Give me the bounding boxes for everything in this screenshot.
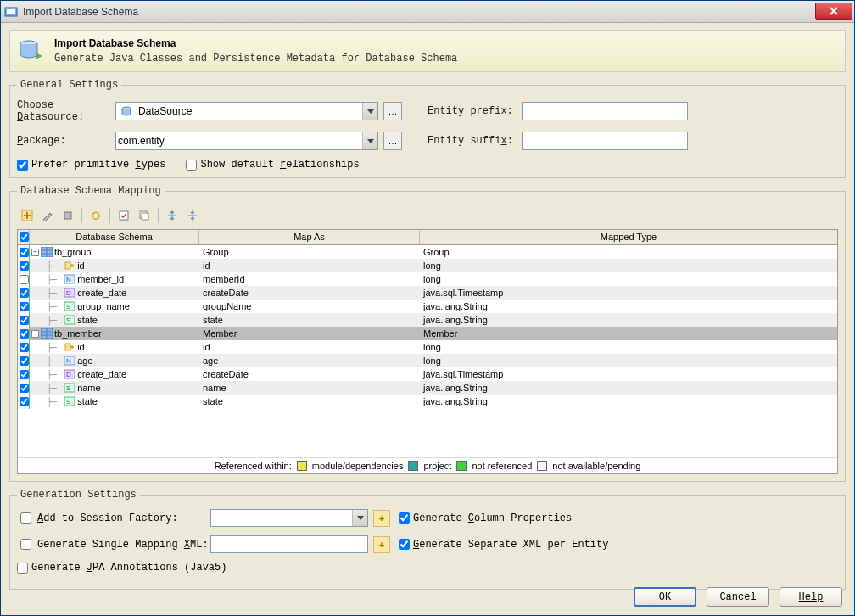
edit-icon[interactable] [39, 207, 56, 224]
schema-name: tb_member [54, 328, 102, 339]
package-browse-button[interactable]: … [383, 132, 402, 150]
map-as-cell[interactable]: Group [199, 247, 420, 257]
table-row[interactable]: ├─ ididlong [18, 259, 837, 272]
entity-suffix-input[interactable] [522, 132, 688, 150]
datasource-value: DataSource [137, 105, 362, 117]
row-checkbox[interactable] [20, 275, 29, 284]
row-checkbox[interactable] [20, 288, 29, 298]
add-icon[interactable] [19, 207, 36, 224]
mapped-type-cell[interactable]: long [420, 356, 837, 366]
datasource-combo[interactable]: DataSource [115, 102, 378, 120]
row-checkbox[interactable] [20, 316, 29, 325]
window-title: Import Database Schema [23, 6, 138, 18]
mapped-type-cell[interactable]: long [420, 274, 837, 284]
generate-separate-xml-checkbox[interactable]: Generate Separate XML per Entity [399, 539, 608, 551]
column-icon: D [64, 288, 75, 298]
mapped-type-cell[interactable]: Member [420, 328, 837, 339]
refresh-icon[interactable] [87, 207, 104, 224]
svg-rect-29 [65, 344, 70, 350]
add-session-factory-checkbox[interactable]: Add to Session Factory: [17, 510, 210, 526]
row-checkbox[interactable] [20, 261, 29, 271]
svg-text:N: N [66, 276, 71, 283]
close-button[interactable] [815, 3, 852, 20]
generate-column-properties-checkbox[interactable]: Generate Column Properties [399, 512, 572, 524]
cancel-button[interactable]: Cancel [707, 587, 769, 607]
expander-icon[interactable]: − [31, 249, 39, 256]
schema-name: state [77, 396, 98, 406]
table-row[interactable]: −tb_groupGroupGroup [18, 245, 837, 259]
check-all-icon[interactable] [115, 207, 132, 224]
collapse-all-icon[interactable] [184, 207, 201, 224]
table-row[interactable]: ├─ Dcreate_datecreateDatejava.sql.Timest… [18, 286, 837, 300]
map-as-cell[interactable]: Member [199, 328, 420, 339]
map-as-cell[interactable]: createDate [199, 288, 420, 298]
map-as-cell[interactable]: name [199, 383, 420, 393]
table-row[interactable]: ├─ Sstatestatejava.lang.String [18, 395, 837, 408]
generate-jpa-annotations-checkbox[interactable]: Generate JPA Annotations (Java5) [17, 562, 226, 574]
schema-mapping-legend: Database Schema Mapping [17, 185, 165, 197]
row-checkbox[interactable] [20, 329, 29, 339]
ok-button[interactable]: OK [634, 587, 696, 607]
map-as-cell[interactable]: createDate [199, 369, 420, 379]
add-mapping-button[interactable]: + [373, 536, 390, 553]
mapped-type-cell[interactable]: java.lang.String [420, 315, 837, 325]
package-combo[interactable] [115, 132, 378, 150]
table-icon [41, 247, 53, 257]
dropdown-arrow-icon[interactable] [362, 132, 377, 149]
mapped-type-cell[interactable]: Group [420, 247, 837, 257]
delete-icon[interactable] [59, 207, 76, 224]
entity-prefix-input[interactable] [522, 102, 688, 120]
session-factory-combo[interactable] [210, 509, 368, 527]
row-checkbox[interactable] [20, 248, 29, 257]
map-as-cell[interactable]: state [199, 396, 420, 406]
schema-name: member_id [77, 274, 124, 284]
copy-icon[interactable] [136, 207, 153, 224]
help-button[interactable]: Help [780, 587, 842, 607]
package-value[interactable] [116, 133, 362, 148]
entity-suffix-label: Entity suffix: [428, 135, 513, 147]
row-checkbox[interactable] [20, 397, 29, 406]
map-as-cell[interactable]: groupName [199, 301, 420, 311]
column-icon: S [64, 383, 75, 393]
generate-single-mapping-checkbox[interactable]: Generate Single Mapping XML: [17, 536, 210, 552]
dropdown-arrow-icon[interactable] [362, 103, 377, 120]
svg-rect-15 [65, 262, 70, 269]
show-default-relationships-checkbox[interactable]: Show default relationships [186, 159, 359, 171]
prefer-primitive-checkbox[interactable]: Prefer primitive types [17, 159, 165, 171]
row-checkbox[interactable] [20, 343, 29, 352]
table-row[interactable]: −tb_memberMemberMember [18, 327, 837, 340]
select-all-checkbox[interactable] [20, 232, 29, 242]
mapped-type-cell[interactable]: java.lang.String [420, 301, 837, 311]
swatch-na-icon [537, 461, 547, 471]
col-map-as: Map As [199, 230, 420, 244]
row-checkbox[interactable] [20, 384, 29, 393]
map-as-cell[interactable]: memberId [199, 274, 420, 284]
map-as-cell[interactable]: age [199, 356, 420, 366]
mapped-type-cell[interactable]: long [420, 260, 837, 271]
mapped-type-cell[interactable]: java.lang.String [420, 383, 837, 393]
table-row[interactable]: ├─ Sgroup_namegroupNamejava.lang.String [18, 300, 837, 313]
datasource-browse-button[interactable]: … [383, 102, 402, 120]
expand-all-icon[interactable] [164, 207, 181, 224]
table-row[interactable]: ├─ Sstatestatejava.lang.String [18, 313, 837, 327]
table-row[interactable]: ├─ Snamenamejava.lang.String [18, 381, 837, 395]
mapped-type-cell[interactable]: long [420, 342, 837, 352]
dialog-header: Import Database Schema Generate Java Cla… [9, 30, 846, 72]
expander-icon[interactable]: − [31, 330, 39, 338]
table-row[interactable]: ├─ ididlong [18, 340, 837, 354]
single-mapping-input[interactable] [210, 535, 368, 553]
mapped-type-cell[interactable]: java.sql.Timestamp [420, 369, 837, 379]
table-row[interactable]: ├─ Nmember_idmemberIdlong [18, 272, 837, 286]
table-row[interactable]: ├─ Nageagelong [18, 354, 837, 367]
svg-rect-8 [142, 213, 148, 220]
map-as-cell[interactable]: id [199, 260, 420, 271]
map-as-cell[interactable]: state [199, 315, 420, 325]
table-row[interactable]: ├─ Dcreate_datecreateDatejava.sql.Timest… [18, 367, 837, 381]
row-checkbox[interactable] [20, 370, 29, 379]
row-checkbox[interactable] [20, 356, 29, 366]
mapped-type-cell[interactable]: java.sql.Timestamp [420, 288, 837, 298]
add-session-button[interactable]: + [373, 510, 390, 527]
mapped-type-cell[interactable]: java.lang.String [420, 396, 837, 406]
row-checkbox[interactable] [20, 302, 29, 311]
map-as-cell[interactable]: id [199, 342, 420, 352]
